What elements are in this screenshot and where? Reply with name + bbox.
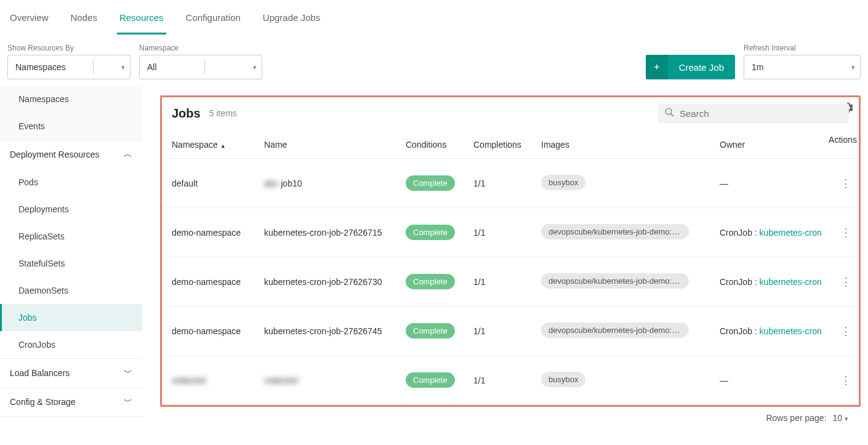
sidebar-item-deployments[interactable]: Deployments <box>0 196 142 223</box>
col-owner[interactable]: Owner <box>720 140 824 150</box>
sidebar-item-namespaces[interactable]: Namespaces <box>0 86 142 113</box>
cell-owner: CronJob : kubernetes-cron <box>720 228 824 238</box>
row-actions-button[interactable]: ⋮ <box>824 324 867 338</box>
status-badge: Complete <box>406 274 455 289</box>
svg-line-1 <box>671 114 673 116</box>
jobs-table: Namespace Name Conditions Completions Im… <box>162 130 859 405</box>
tab-resources[interactable]: Resources <box>117 7 166 34</box>
refresh-label: Refresh Interval <box>744 44 861 52</box>
sidebar-item-pods[interactable]: Pods <box>0 169 142 196</box>
col-name[interactable]: Name <box>264 140 406 150</box>
tab-configuration[interactable]: Configuration <box>183 7 243 34</box>
cell-name: redacted <box>264 375 406 385</box>
cell-owner: CronJob : kubernetes-cron <box>720 326 824 336</box>
create-job-button[interactable]: + Create Job <box>646 55 735 79</box>
cell-completions: 1/1 <box>473 178 541 188</box>
row-actions-button[interactable]: ⋮ <box>824 177 867 190</box>
table-row[interactable]: demo-namespace kubernetes-cron-job-27626… <box>162 307 859 356</box>
tab-upgrade-jobs[interactable]: Upgrade Jobs <box>260 7 323 34</box>
refresh-value: 1m <box>752 62 763 72</box>
owner-link[interactable]: kubernetes-cron <box>760 277 822 287</box>
chevron-down-icon: ▾ <box>121 63 125 71</box>
cell-completions: 1/1 <box>473 326 541 336</box>
cell-owner: CronJob : kubernetes-cron <box>720 277 824 287</box>
cell-namespace: demo-namespace <box>172 228 264 238</box>
image-chip: devopscube/kubernetes-job-demo:lat… <box>541 224 689 239</box>
rows-per-page-label: Rows per page: <box>766 413 826 423</box>
table-footer: Rows per page: 10 ▾ <box>160 407 861 423</box>
cell-owner: — <box>720 375 824 385</box>
namespace-label: Namespace <box>139 44 262 52</box>
sidebar-group-deployment[interactable]: Deployment Resources ︿ <box>0 140 142 169</box>
cell-completions: 1/1 <box>473 228 541 238</box>
table-row[interactable]: redacted redacted Complete 1/1 busybox —… <box>162 356 859 405</box>
col-conditions[interactable]: Conditions <box>406 140 473 150</box>
image-chip: devopscube/kubernetes-job-demo:lat… <box>541 323 689 338</box>
namespace-select[interactable]: All ▾ <box>139 55 262 79</box>
image-chip: busybox <box>541 372 585 387</box>
cell-name: abc-job10 <box>264 178 406 188</box>
search-icon <box>664 107 675 119</box>
status-badge: Complete <box>406 175 455 191</box>
col-namespace[interactable]: Namespace <box>172 140 264 150</box>
cell-name: kubernetes-cron-job-27626730 <box>264 277 406 287</box>
chevron-down-icon: ▾ <box>253 63 257 71</box>
row-actions-button[interactable]: ⋮ <box>824 374 867 387</box>
cell-namespace: demo-namespace <box>172 277 264 287</box>
table-row[interactable]: demo-namespace kubernetes-cron-job-27626… <box>162 208 859 257</box>
show-by-select[interactable]: Namespaces ▾ <box>7 55 131 79</box>
jobs-table-highlight: Jobs 5 items Namespace Name Conditions C… <box>160 95 861 407</box>
sidebar-item-events[interactable]: Events <box>0 113 142 140</box>
sidebar-item-daemonsets[interactable]: DaemonSets <box>0 277 142 304</box>
create-job-label: Create Job <box>668 55 735 79</box>
chevron-down-icon: ▾ <box>845 415 848 422</box>
cell-completions: 1/1 <box>473 277 541 287</box>
chevron-down-icon: ▾ <box>851 63 855 71</box>
col-completions[interactable]: Completions <box>473 140 541 150</box>
table-count: 5 items <box>209 108 237 118</box>
sidebar-item-replicasets[interactable]: ReplicaSets <box>0 223 142 250</box>
plus-icon: + <box>646 55 668 79</box>
row-actions-button[interactable]: ⋮ <box>824 275 867 289</box>
content-area: Actions Jobs 5 items Namespace Name Cond… <box>143 86 868 445</box>
namespace-value: All <box>147 62 157 72</box>
chevron-down-icon: ﹀ <box>124 367 132 379</box>
table-title: Jobs <box>172 106 201 121</box>
sidebar-item-statefulsets[interactable]: StatefulSets <box>0 250 142 277</box>
sidebar-group-load-balancers[interactable]: Load Balancers ﹀ <box>0 359 142 387</box>
show-by-value: Namespaces <box>15 62 66 72</box>
cell-completions: 1/1 <box>473 375 541 385</box>
top-tabs: Overview Nodes Resources Configuration U… <box>0 0 868 35</box>
status-badge: Complete <box>406 323 455 339</box>
tab-overview[interactable]: Overview <box>7 7 51 34</box>
image-chip: busybox <box>541 175 585 190</box>
col-images[interactable]: Images <box>541 140 720 150</box>
cell-namespace: demo-namespace <box>172 326 264 336</box>
table-row[interactable]: default abc-job10 Complete 1/1 busybox —… <box>162 159 859 208</box>
sidebar-group-config-storage[interactable]: Config & Storage ﹀ <box>0 388 142 416</box>
search-box[interactable] <box>658 103 849 123</box>
search-input[interactable] <box>680 108 843 119</box>
svg-point-0 <box>665 108 672 114</box>
rows-per-page-select[interactable]: 10 ▾ <box>833 413 848 423</box>
cell-name: kubernetes-cron-job-27626745 <box>264 326 406 336</box>
tab-nodes[interactable]: Nodes <box>68 7 100 34</box>
status-badge: Complete <box>406 225 455 240</box>
cell-name: kubernetes-cron-job-27626715 <box>264 228 406 238</box>
sidebar: Namespaces Events Deployment Resources ︿… <box>0 86 143 445</box>
sidebar-item-jobs[interactable]: Jobs <box>0 304 142 331</box>
controls-bar: Show Resources By Namespaces ▾ Namespace… <box>0 35 868 86</box>
cell-namespace: default <box>172 178 264 188</box>
show-by-label: Show Resources By <box>7 44 131 52</box>
chevron-down-icon: ﹀ <box>124 396 132 407</box>
chevron-up-icon: ︿ <box>124 149 132 160</box>
image-chip: devopscube/kubernetes-job-demo:lat… <box>541 273 689 289</box>
row-actions-button[interactable]: ⋮ <box>824 226 867 239</box>
table-row[interactable]: demo-namespace kubernetes-cron-job-27626… <box>162 257 859 307</box>
owner-link[interactable]: kubernetes-cron <box>760 228 822 238</box>
status-badge: Complete <box>406 372 455 388</box>
sidebar-item-cronjobs[interactable]: CronJobs <box>0 331 142 358</box>
cell-namespace: redacted <box>172 375 264 385</box>
owner-link[interactable]: kubernetes-cron <box>760 326 822 336</box>
refresh-select[interactable]: 1m ▾ <box>744 55 861 79</box>
